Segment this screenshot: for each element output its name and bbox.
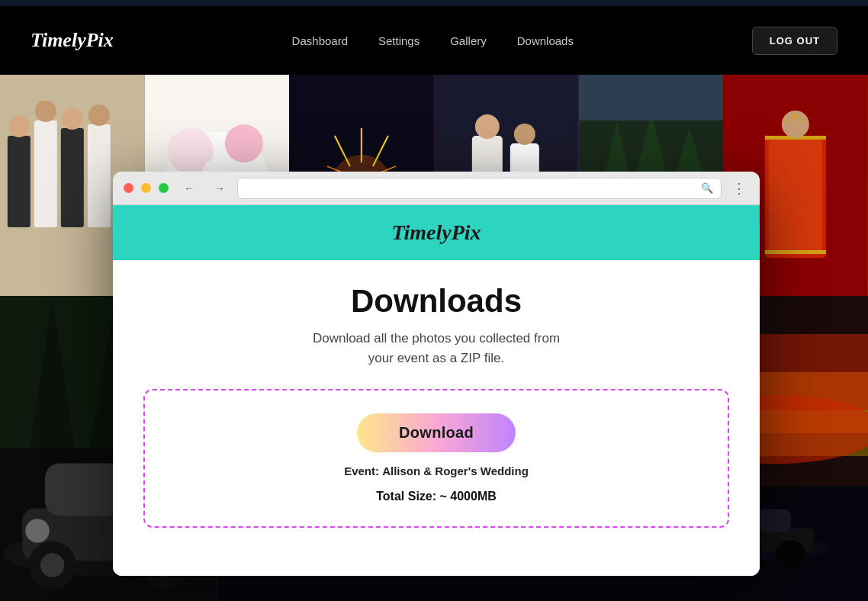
svg-point-8 — [88, 104, 110, 126]
browser-chrome: ← → 🔍 ⋮ — [113, 172, 760, 205]
bg-logout-button[interactable]: LOG OUT — [752, 27, 837, 55]
browser-back-button[interactable]: ← — [179, 178, 199, 198]
svg-point-53 — [25, 519, 49, 542]
bg-nav: TimelyPix Dashboard Settings Gallery Dow… — [0, 6, 868, 75]
svg-point-47 — [786, 119, 789, 122]
forward-icon: → — [214, 182, 225, 194]
svg-rect-39 — [579, 75, 724, 121]
page-subtitle: Download all the photos you collected fr… — [143, 329, 729, 368]
svg-rect-4 — [88, 124, 111, 227]
svg-rect-3 — [61, 128, 84, 227]
svg-point-12 — [225, 124, 263, 162]
svg-rect-2 — [34, 121, 57, 227]
back-icon: ← — [184, 182, 194, 194]
browser-menu-button[interactable]: ⋮ — [729, 180, 749, 197]
browser-window: ← → 🔍 ⋮ TimelyPix Downloads Download all… — [113, 172, 760, 576]
svg-point-5 — [8, 116, 30, 137]
event-info: Event: Allison & Roger's Wedding — [344, 464, 529, 477]
inner-app-header: TimelyPix — [113, 205, 760, 260]
bg-nav-downloads[interactable]: Downloads — [517, 34, 574, 47]
total-size: Total Size: ~ 4000MB — [376, 490, 497, 503]
inner-app-logo: TimelyPix — [391, 220, 481, 245]
page-title: Downloads — [143, 283, 729, 320]
svg-point-32 — [514, 124, 535, 145]
svg-point-76 — [775, 540, 805, 570]
browser-dot-minimize[interactable] — [141, 183, 151, 193]
bg-nav-links: Dashboard Settings Gallery Downloads — [292, 34, 574, 47]
menu-dots-icon: ⋮ — [732, 181, 746, 196]
svg-rect-42 — [769, 140, 822, 254]
svg-point-57 — [40, 553, 64, 577]
svg-point-7 — [62, 108, 83, 130]
event-label: Event: — [344, 464, 379, 477]
bg-nav-dashboard[interactable]: Dashboard — [292, 34, 348, 47]
download-card: Download Event: Allison & Roger's Weddin… — [143, 389, 729, 528]
bg-nav-settings[interactable]: Settings — [378, 34, 420, 47]
browser-content: TimelyPix Downloads Download all the pho… — [113, 205, 760, 576]
event-name: Allison & Roger's Wedding — [382, 464, 529, 477]
download-button[interactable]: Download — [357, 413, 516, 452]
svg-rect-1 — [8, 136, 31, 227]
bg-logo: TimelyPix — [31, 29, 114, 52]
svg-point-48 — [802, 119, 805, 122]
inner-app-content: Downloads Download all the photos you co… — [113, 260, 760, 551]
svg-point-31 — [475, 114, 500, 139]
browser-address-bar[interactable]: 🔍 — [237, 178, 722, 199]
browser-forward-button[interactable]: → — [210, 178, 230, 198]
svg-point-46 — [793, 114, 798, 119]
search-icon: 🔍 — [701, 182, 713, 194]
bg-nav-gallery[interactable]: Gallery — [450, 34, 487, 47]
browser-dot-maximize[interactable] — [159, 183, 169, 193]
svg-point-6 — [35, 101, 56, 122]
browser-dot-close[interactable] — [124, 183, 133, 193]
svg-rect-44 — [765, 250, 826, 254]
